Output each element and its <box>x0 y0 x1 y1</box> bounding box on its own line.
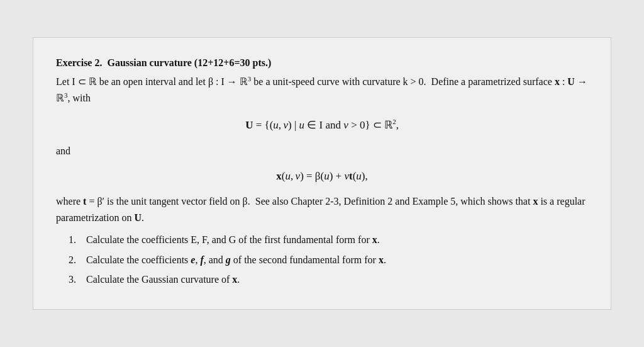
item-3-text: Calculate the Gaussian curvature of x. <box>86 271 240 288</box>
exercise-list: 1. Calculate the coefficients E, F, and … <box>56 232 588 288</box>
item-2-text: Calculate the coefficients e, f, and g o… <box>86 252 386 268</box>
intro-paragraph: Let I ⊂ ℝ be an open interval and let β … <box>56 74 588 106</box>
math-x-definition: x(u, v) = β(u) + vt(u), <box>56 168 588 185</box>
exercise-card: Exercise 2. Gaussian curvature (12+12+6=… <box>33 37 611 310</box>
list-item: 2. Calculate the coefficients e, f, and … <box>69 252 588 268</box>
description-paragraph: where t = β′ is the unit tangent vector … <box>56 193 588 225</box>
list-item: 3. Calculate the Gaussian curvature of x… <box>69 271 588 288</box>
item-1-num: 1. <box>69 232 81 248</box>
math-u-definition: U = {(u, v) | u ∈ I and v > 0} ⊂ ℝ2, <box>56 117 588 134</box>
item-3-num: 3. <box>69 271 81 288</box>
item-1-text: Calculate the coefficients E, F, and G o… <box>86 232 380 248</box>
exercise-title: Exercise 2. Gaussian curvature (12+12+6=… <box>56 55 588 71</box>
and-connector: and <box>56 144 588 159</box>
list-item: 1. Calculate the coefficients E, F, and … <box>69 232 588 248</box>
item-2-num: 2. <box>69 252 81 268</box>
